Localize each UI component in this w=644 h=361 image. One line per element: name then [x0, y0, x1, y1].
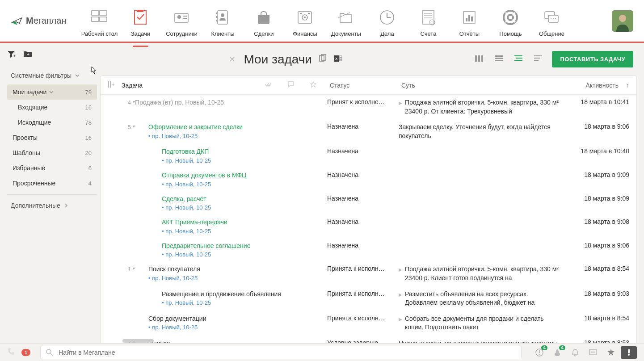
svg-rect-61: [514, 55, 522, 56]
col-task[interactable]: Задача: [122, 82, 265, 89]
chevron-right-icon: [64, 203, 68, 208]
task-row[interactable]: Отправка документов в МФЦпр. Новый, 10-2…: [101, 168, 636, 191]
svg-rect-66: [534, 60, 539, 61]
task-tag[interactable]: пр. Новый, 10-25: [162, 181, 327, 188]
filter-icon[interactable]: +: [7, 50, 15, 59]
system-filters-header[interactable]: Системные фильтры: [7, 68, 97, 83]
nav-deals[interactable]: Сделки: [244, 4, 283, 37]
nav-chat[interactable]: Общение: [532, 4, 571, 37]
nav-clients[interactable]: Клиенты: [203, 4, 242, 37]
nav-finance[interactable]: Финансы: [285, 4, 324, 37]
task-title[interactable]: Оформление и закрытие сделки: [148, 123, 327, 132]
svg-point-33: [508, 15, 513, 20]
task-row[interactable]: Сделка, расчётпр. Новый, 10-25Назначена1…: [101, 191, 636, 215]
col-check-icon[interactable]: [265, 81, 272, 89]
nav-help[interactable]: Помощь: [491, 4, 530, 37]
task-row[interactable]: 5▾Оформление и закрытие сделкипр. Новый,…: [101, 119, 636, 144]
task-tag[interactable]: пр. Новый, 10-25: [148, 133, 327, 139]
user-avatar[interactable]: [612, 10, 633, 32]
task-row[interactable]: Размещение и продвижение объявленияпр. Н…: [101, 286, 636, 311]
svg-line-36: [505, 20, 508, 22]
copy-icon[interactable]: +: [318, 54, 327, 64]
sort-icon[interactable]: ↑: [619, 82, 629, 89]
task-essence: ▶Продажа элитной вторички. 5-комн. кварт…: [399, 98, 562, 116]
task-tag[interactable]: пр. Новый, 10-25: [162, 228, 327, 235]
svg-rect-54: [339, 59, 342, 61]
task-essence: [399, 195, 562, 211]
arrow-right-icon: ▶: [399, 316, 402, 323]
tree-cell: 1▾: [108, 265, 135, 282]
task-essence: [399, 147, 562, 164]
task-tag[interactable]: пр. Новый, 10-25: [148, 275, 327, 281]
nav-label: Документы: [331, 30, 361, 37]
task-tag[interactable]: пр. Новый, 10-25: [162, 299, 327, 306]
filter-item[interactable]: Шаблоны20: [7, 145, 97, 160]
task-status: Принята к исполн…: [327, 315, 399, 332]
svg-line-37: [513, 20, 515, 22]
filter-item[interactable]: Исходящие78: [7, 115, 97, 130]
col-star-icon[interactable]: [310, 81, 316, 89]
task-row[interactable]: Подготовка ДКПпр. Новый, 10-25Назначена1…: [101, 144, 636, 168]
task-row[interactable]: АКТ Приёма-передачипр. Новый, 10-25Назна…: [101, 214, 636, 238]
nav-reports[interactable]: Отчёты: [450, 4, 489, 37]
horizontal-scrollbar[interactable]: [112, 339, 637, 343]
view-hierarchy-icon[interactable]: [532, 54, 544, 65]
task-tag[interactable]: пр. Новый, 10-25: [162, 251, 327, 258]
svg-rect-57: [481, 55, 483, 62]
col-comment-icon[interactable]: [288, 81, 294, 89]
nav-desktop[interactable]: Рабочий стол: [80, 4, 119, 37]
nav-docs[interactable]: Документы: [326, 4, 366, 37]
task-tag[interactable]: пр. Новый, 10-25: [162, 204, 327, 211]
task-title[interactable]: Подготовка ДКП: [162, 147, 327, 156]
filter-count: 16: [85, 134, 92, 141]
arrow-right-icon: ▶: [399, 292, 402, 298]
task-title[interactable]: Размещение и продвижение объявления: [162, 290, 327, 299]
col-activity[interactable]: Активность: [556, 82, 619, 89]
task-row[interactable]: Предварительное соглашениепр. Новый, 10-…: [101, 238, 636, 262]
excel-export-icon[interactable]: X: [333, 54, 342, 64]
create-task-button[interactable]: ПОСТАВИТЬ ЗАДАЧУ: [552, 51, 633, 67]
filter-item[interactable]: Проекты16: [7, 130, 97, 145]
view-tree-icon[interactable]: [513, 54, 524, 65]
task-row[interactable]: 1▾Поиск покупателяпр. Новый, 10-25Принят…: [101, 261, 636, 286]
affairs-icon: [378, 8, 396, 27]
task-tag[interactable]: пр. Новый, 10-25: [148, 324, 327, 331]
view-list-icon[interactable]: [493, 54, 505, 65]
nav-staff[interactable]: Сотрудники: [162, 4, 201, 37]
nav-affairs[interactable]: Дела: [367, 4, 407, 37]
folder-add-icon[interactable]: +: [23, 50, 32, 59]
task-title[interactable]: Предварительное соглашение: [162, 242, 327, 251]
filter-item[interactable]: Просроченные4: [7, 176, 97, 191]
view-columns-icon[interactable]: [473, 54, 485, 65]
additional-filters[interactable]: Дополнительные: [7, 198, 97, 213]
tree-cell: [108, 195, 135, 211]
task-title[interactable]: Продажа (вт) пр. Новый, 10-25: [135, 98, 327, 107]
nav-accounts[interactable]: Счета: [408, 4, 448, 37]
task-title[interactable]: Сделка, расчёт: [162, 195, 327, 204]
nav-label: Рабочий стол: [81, 30, 118, 37]
expand-all-icon[interactable]: +: [108, 81, 122, 89]
svg-rect-55: [475, 55, 477, 62]
task-title[interactable]: Поиск покупателя: [148, 265, 327, 274]
task-row[interactable]: Сбор документациипр. Новый, 10-25Принята…: [101, 311, 636, 336]
task-row[interactable]: 4▾Продажа (вт) пр. Новый, 10-25Принят к …: [101, 95, 636, 119]
filter-item[interactable]: Входящие16: [7, 100, 97, 115]
logo[interactable]: Мегаплан: [11, 15, 66, 27]
task-essence: [399, 171, 562, 188]
filter-label: Исходящие: [18, 119, 51, 126]
col-status[interactable]: Статус: [330, 82, 401, 89]
task-title[interactable]: АКТ Приёма-передачи: [162, 218, 327, 227]
collapse-sidebar-icon[interactable]: ✕: [229, 55, 236, 64]
nav-tasks[interactable]: Задачи: [121, 4, 160, 37]
sidebar: + + Системные фильтры Мои задачи79Входящ…: [0, 43, 101, 343]
task-tag[interactable]: пр. Новый, 10-25: [162, 157, 327, 164]
task-title[interactable]: Сбор документации: [148, 315, 327, 323]
filter-item[interactable]: Мои задачи79: [7, 84, 97, 100]
svg-rect-1: [100, 11, 107, 15]
task-title[interactable]: Отправка документов в МФЦ: [162, 171, 327, 180]
task-cell: Подготовка ДКПпр. Новый, 10-25: [135, 147, 327, 164]
svg-rect-58: [495, 55, 503, 57]
svg-rect-8: [183, 16, 187, 17]
col-essence[interactable]: Суть: [401, 82, 556, 89]
filter-item[interactable]: Избранные6: [7, 160, 97, 176]
